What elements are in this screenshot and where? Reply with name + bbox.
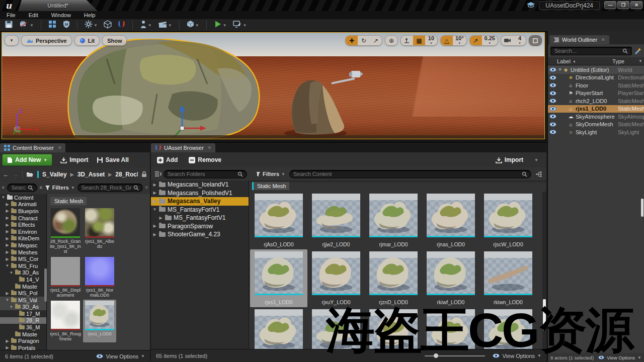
column-label[interactable]: Label bbox=[548, 58, 571, 64]
tree-expander-icon[interactable]: ▶ bbox=[5, 291, 10, 296]
folder-tree-row[interactable]: ▶ Animati bbox=[0, 201, 46, 208]
source-control-button[interactable]: ▼ bbox=[18, 20, 35, 31]
hammer-mesh[interactable] bbox=[329, 69, 364, 87]
folder-tree-row[interactable]: ▶ MS_Cor bbox=[0, 255, 46, 262]
marketplace-button[interactable]: M bbox=[61, 20, 71, 31]
translate-gizmo[interactable] bbox=[167, 104, 207, 139]
tree-expander-icon[interactable]: ▶ bbox=[5, 250, 10, 254]
outliner-row[interactable]: ⚑ PlayerStart PlayerStart bbox=[548, 89, 644, 98]
level-viewport[interactable]: Z X Y ▼ Perspective Lit Show ✚ ↻ ↗ bbox=[2, 32, 545, 139]
settings-button[interactable]: ▼ bbox=[83, 20, 99, 31]
folder-tree-row[interactable]: 14_V bbox=[0, 276, 46, 283]
camera-speed-button[interactable] bbox=[501, 36, 514, 45]
tree-expander-icon[interactable]: ▶ bbox=[5, 345, 10, 350]
tree-expander-icon[interactable]: ▶ bbox=[5, 202, 10, 207]
back-button[interactable]: ← bbox=[3, 171, 9, 178]
forward-button[interactable]: → bbox=[13, 171, 19, 178]
lit-mode-button[interactable]: Lit bbox=[74, 35, 100, 46]
uasset-filters-button[interactable]: Filters▼ bbox=[255, 171, 285, 177]
folder-tree-row[interactable]: ▶ Charact bbox=[0, 215, 46, 222]
uasset-folder-row[interactable]: ▶ Megascans_IcelandV1 bbox=[151, 180, 249, 189]
folder-tree-row[interactable]: 36_M bbox=[0, 324, 46, 331]
folder-tree-row[interactable]: Maste bbox=[0, 331, 46, 338]
save-button[interactable] bbox=[3, 20, 15, 31]
tree-expander-icon[interactable]: ▶ bbox=[5, 243, 10, 247]
lock-icon[interactable] bbox=[141, 171, 147, 177]
uasset-asset-tile[interactable]: rjmar_LOD0 bbox=[365, 192, 422, 249]
tree-expander-icon[interactable]: ▶ bbox=[152, 191, 157, 195]
static-mesh-filter-chip[interactable]: Static Mesh bbox=[49, 197, 87, 205]
scale-tool-button[interactable]: ↗ bbox=[370, 36, 382, 45]
save-all-button[interactable]: Save All bbox=[97, 156, 129, 163]
grid-snap-value-button[interactable]: 10▼ bbox=[425, 36, 437, 45]
minimize-button[interactable]: — bbox=[604, 1, 616, 9]
content-button[interactable] bbox=[47, 20, 58, 31]
sources-panel-icon[interactable] bbox=[154, 171, 162, 177]
visibility-eye-icon[interactable] bbox=[549, 67, 556, 72]
tutorial-icon[interactable] bbox=[526, 2, 535, 11]
sync-hierarchy-icon[interactable] bbox=[535, 171, 542, 177]
asset-tile[interactable]: rjxs1_8K_Roughness bbox=[49, 300, 82, 342]
add-new-button[interactable]: Add New▼ bbox=[2, 154, 52, 166]
menu-window[interactable]: Window bbox=[45, 12, 77, 18]
outliner-row[interactable]: ⌂ rjxs1_LOD0 StaticMesh bbox=[548, 105, 644, 113]
tree-expander-icon[interactable]: ▶ bbox=[152, 199, 157, 204]
uasset-folder-row[interactable]: ▼ MS_FantasyFortV1 bbox=[151, 206, 249, 214]
uasset-asset-tile[interactable]: rjxuY_LOD0 bbox=[307, 249, 365, 307]
static-mesh-filter-chip[interactable]: Static Mesh bbox=[252, 182, 289, 190]
close-button[interactable]: ✕ bbox=[630, 1, 642, 9]
tree-expander-icon[interactable]: ▶ bbox=[152, 224, 157, 228]
uasset-asset-tile[interactable]: rjxs1_LOD0 bbox=[250, 249, 307, 307]
scale-snap-button[interactable]: ↗ bbox=[470, 36, 482, 45]
viewport-options-button[interactable]: ▼ bbox=[5, 35, 19, 46]
scale-snap-value-button[interactable]: 0.25▼ bbox=[482, 36, 498, 45]
asset-tile[interactable]: rjxs1_8K_NormalLOD0 bbox=[83, 256, 116, 299]
sources-panel-icon[interactable] bbox=[2, 185, 5, 191]
tree-expander-icon[interactable]: ▼ bbox=[9, 305, 14, 309]
asset-tile[interactable]: rjxs1_8K_Displacement bbox=[49, 256, 82, 299]
tab-world-outliner[interactable]: World Outliner✕ bbox=[549, 35, 609, 44]
import-button[interactable]: Import bbox=[60, 156, 88, 163]
tree-expander-icon[interactable]: ▼ bbox=[5, 298, 10, 302]
maximize-viewport-button[interactable] bbox=[529, 36, 541, 45]
view-options-button[interactable]: View Options▼ bbox=[96, 353, 145, 359]
uasset-asset-tile[interactable]: rjscW_LOD0 bbox=[479, 192, 537, 249]
search-paths-input[interactable]: Searc bbox=[7, 184, 37, 192]
visibility-eye-icon[interactable] bbox=[549, 130, 556, 134]
perspective-button[interactable]: Perspective bbox=[21, 35, 72, 46]
folder-tree-row[interactable]: ▶ MS_Pol bbox=[0, 290, 46, 297]
search-folders-input[interactable]: Search Folders bbox=[164, 170, 247, 178]
visibility-eye-icon[interactable] bbox=[549, 114, 556, 119]
tree-expander-icon[interactable]: ▶ bbox=[5, 257, 10, 261]
asset-tile[interactable]: rjxs1_8K_Albedo bbox=[83, 207, 116, 255]
menu-help[interactable]: Help bbox=[77, 12, 102, 18]
folder-tree-row[interactable]: ▼ 3D_As bbox=[0, 304, 46, 311]
tree-expander-icon[interactable]: ▶ bbox=[5, 223, 10, 227]
search-content-input[interactable]: Search Content bbox=[289, 170, 531, 178]
visibility-eye-icon[interactable] bbox=[549, 107, 556, 111]
outliner-row[interactable]: ⌂ SkyDomeMesh StaticMesh bbox=[548, 121, 644, 129]
folder-tree-row[interactable]: 28_R bbox=[0, 317, 46, 324]
tree-expander-icon[interactable]: ▶ bbox=[152, 183, 157, 187]
visibility-eye-icon[interactable] bbox=[549, 75, 556, 80]
outliner-row[interactable]: ☀ DirectionalLight DirectionalLight bbox=[548, 74, 644, 82]
tree-expander-icon[interactable]: ▶ bbox=[5, 209, 10, 213]
tree-expander-icon[interactable]: ▶ bbox=[5, 236, 10, 241]
folder-tree-row[interactable]: ▶ Effects bbox=[0, 221, 46, 228]
outliner-row[interactable]: ☁ SkyAtmosphere SkyAtmosph bbox=[548, 113, 644, 121]
world-local-toggle-button[interactable]: ⊕ bbox=[385, 36, 397, 45]
secondary-rock-mesh[interactable] bbox=[280, 78, 348, 138]
close-icon[interactable]: ✕ bbox=[208, 145, 212, 150]
tree-expander-icon[interactable]: ▼ bbox=[152, 207, 157, 212]
launch-button[interactable]: ▼ bbox=[231, 20, 249, 31]
close-icon[interactable]: ✕ bbox=[58, 145, 62, 150]
tab-uasset-browser[interactable]: UAsset Browser✕ bbox=[151, 143, 215, 152]
visibility-eye-icon[interactable] bbox=[549, 122, 556, 127]
visibility-eye-icon[interactable] bbox=[549, 99, 556, 103]
folder-tree-row[interactable]: ▼ 3D_As bbox=[0, 269, 46, 277]
outliner-search-input[interactable]: Search... bbox=[550, 47, 632, 55]
cinematics-button[interactable]: ▼ bbox=[156, 20, 174, 31]
uasset-asset-tile[interactable]: rjAsO_LOD0 bbox=[250, 192, 307, 249]
show-flags-button[interactable]: Show bbox=[102, 35, 127, 46]
tree-expander-icon[interactable]: ▼ bbox=[9, 270, 14, 275]
